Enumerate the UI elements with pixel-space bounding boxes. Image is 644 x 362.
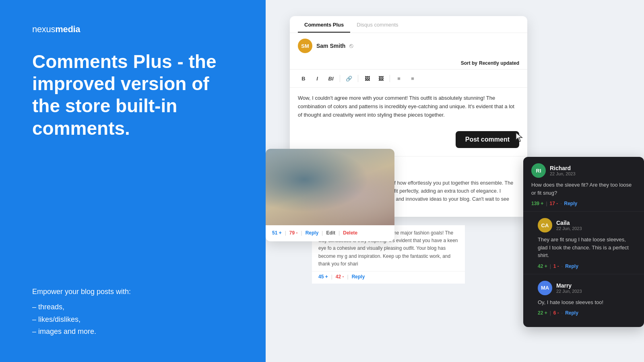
dark-comment-header-marry: MA Marry 22 Jun, 2023 <box>538 281 636 295</box>
feature-3: – images and more. <box>32 325 242 338</box>
overlap-dislikes[interactable]: 42 - <box>336 274 344 280</box>
cursor-pointer <box>515 132 523 143</box>
dark-username-richard: Richard <box>550 165 576 171</box>
fashion-reply-link[interactable]: Reply <box>305 230 319 236</box>
dark-meta-caila: Caila 22 Jun, 2023 <box>556 220 582 231</box>
post-comment-button[interactable]: Post comment <box>456 131 519 148</box>
fashion-likes[interactable]: 51 + <box>272 230 282 236</box>
caila-sep-1: | <box>550 263 551 269</box>
tagline-intro: Empower your blog posts with: <box>32 286 242 298</box>
tab-disqus[interactable]: Disqus comments <box>350 16 405 33</box>
image-button-2[interactable]: 🖼 <box>375 73 386 84</box>
richard-dislikes[interactable]: 17 - <box>550 201 558 206</box>
bold-italic-button[interactable]: BI <box>325 73 336 84</box>
feature-1: – threads, <box>32 301 242 313</box>
marry-sep-2: · <box>561 310 563 316</box>
logo-bold: media <box>55 24 80 34</box>
marry-sep-1: | <box>550 310 551 316</box>
dark-username-caila: Caila <box>556 220 582 226</box>
sort-row: Sort by Recently updated <box>290 59 527 69</box>
dark-comment-marry: MA Marry 22 Jun, 2023 Oy, I hate loose s… <box>523 274 644 321</box>
fashion-reactions: 51 + | 79 - | Reply | Edit | Delete <box>272 230 388 236</box>
fashion-sep-3: | <box>322 230 323 236</box>
fashion-img-inner <box>266 149 394 225</box>
dark-date-caila: 22 Jun, 2023 <box>556 226 582 231</box>
dark-text-marry: Oy, I hate loose sleeves too! <box>538 298 636 306</box>
avatar-richard: RI <box>531 163 546 178</box>
tabs-bar: Comments Plus Disqus comments <box>290 16 527 33</box>
main-heading: Comments Plus - the improved version of … <box>32 51 242 140</box>
sort-label: Sort by <box>461 60 477 66</box>
user-row: SM Sam Smith ⎋ <box>290 33 527 59</box>
fashion-card-body: 51 + | 79 - | Reply | Edit | Delete <box>266 225 394 241</box>
dark-text-caila: They are fit snug I hate loose sleeves, … <box>538 236 636 259</box>
right-panel: Comments Plus Disqus comments SM Sam Smi… <box>266 0 644 362</box>
list-button-2[interactable]: ≡ <box>407 73 418 84</box>
caila-dislikes[interactable]: 1 - <box>553 263 559 269</box>
dark-reactions-marry: 22 + | 6 - · Reply <box>538 310 636 316</box>
dark-comment-card: RI Richard 22 Jun, 2023 How does the sle… <box>523 157 644 327</box>
fashion-image <box>266 149 394 225</box>
toolbar-sep-1 <box>340 75 340 82</box>
richard-reply[interactable]: Reply <box>564 201 578 206</box>
dark-date-marry: 22 Jun, 2023 <box>556 289 582 294</box>
marry-dislikes[interactable]: 6 - <box>553 310 559 316</box>
overlap-reactions: 45 + | 42 - | Reply <box>312 271 465 284</box>
fashion-card: 51 + | 79 - | Reply | Edit | Delete <box>266 149 394 241</box>
dark-comment-header-richard: RI Richard 22 Jun, 2023 <box>531 163 636 178</box>
fashion-edit-link[interactable]: Edit <box>326 230 335 236</box>
tagline: Empower your blog posts with: – threads,… <box>32 286 242 338</box>
overlap-likes[interactable]: 45 + <box>318 274 328 280</box>
dark-text-richard: How does the sleeve fit? Are they too lo… <box>531 181 636 197</box>
logo-text: nexus <box>32 24 55 34</box>
dark-date-richard: 22 Jun, 2023 <box>550 171 576 176</box>
fashion-sep-2: | <box>301 230 302 236</box>
dark-username-marry: Marry <box>556 282 582 289</box>
avatar-caila: CA <box>538 218 552 232</box>
dark-reactions-caila: 42 + | 1 - · Reply <box>538 263 636 269</box>
feature-2: – likes/dislikes, <box>32 313 242 326</box>
user-left: SM Sam Smith ⎋ <box>298 39 353 53</box>
caila-likes[interactable]: 42 + <box>538 263 547 269</box>
logout-icon[interactable]: ⎋ <box>349 42 353 49</box>
caila-sep-2: · <box>561 263 563 269</box>
richard-sep-2: · <box>560 201 561 206</box>
username: Sam Smith <box>316 43 345 49</box>
avatar-marry: MA <box>538 281 552 295</box>
overlap-reply-link[interactable]: Reply <box>352 274 365 280</box>
left-panel: nexusmedia Comments Plus - the improved … <box>0 0 266 362</box>
overlap-sep-1: | <box>331 274 332 280</box>
toolbar-sep-3 <box>390 75 390 82</box>
editor-body[interactable]: Wow, I couldn't agree more with your com… <box>290 88 527 127</box>
richard-sep-1: | <box>546 201 547 206</box>
caila-reply[interactable]: Reply <box>565 263 578 269</box>
fashion-sep-1: | <box>285 230 286 236</box>
link-button[interactable]: 🔗 <box>343 73 355 84</box>
marry-likes[interactable]: 22 + <box>538 310 547 316</box>
fashion-dislikes[interactable]: 79 - <box>289 230 298 236</box>
logo: nexusmedia <box>32 24 242 35</box>
richard-likes[interactable]: 139 + <box>531 201 543 206</box>
dark-reactions-richard: 139 + | 17 - · Reply <box>531 201 636 206</box>
fashion-sep-4: | <box>339 230 340 236</box>
marry-reply[interactable]: Reply <box>565 310 578 316</box>
toolbar-sep-2 <box>358 75 358 82</box>
dark-comment-caila: CA Caila 22 Jun, 2023 They are fit snug … <box>523 212 644 274</box>
list-button-1[interactable]: ≡ <box>393 73 405 84</box>
dark-comment-richard: RI Richard 22 Jun, 2023 How does the sle… <box>523 157 644 212</box>
dark-meta-marry: Marry 22 Jun, 2023 <box>556 282 582 294</box>
dark-meta-richard: Richard 22 Jun, 2023 <box>550 165 576 176</box>
avatar: SM <box>298 39 312 53</box>
bold-button[interactable]: B <box>298 73 309 84</box>
dark-comment-header-caila: CA Caila 22 Jun, 2023 <box>538 218 636 232</box>
sort-value[interactable]: Recently updated <box>479 60 519 66</box>
editor-toolbar: B I BI 🔗 🖼 🖼 ≡ ≡ <box>290 69 527 88</box>
tab-comments-plus[interactable]: Comments Plus <box>298 16 350 33</box>
italic-button[interactable]: I <box>312 73 323 84</box>
fashion-delete-link[interactable]: Delete <box>343 230 357 236</box>
image-button-1[interactable]: 🖼 <box>361 73 373 84</box>
overlap-sep-2: | <box>347 274 349 280</box>
